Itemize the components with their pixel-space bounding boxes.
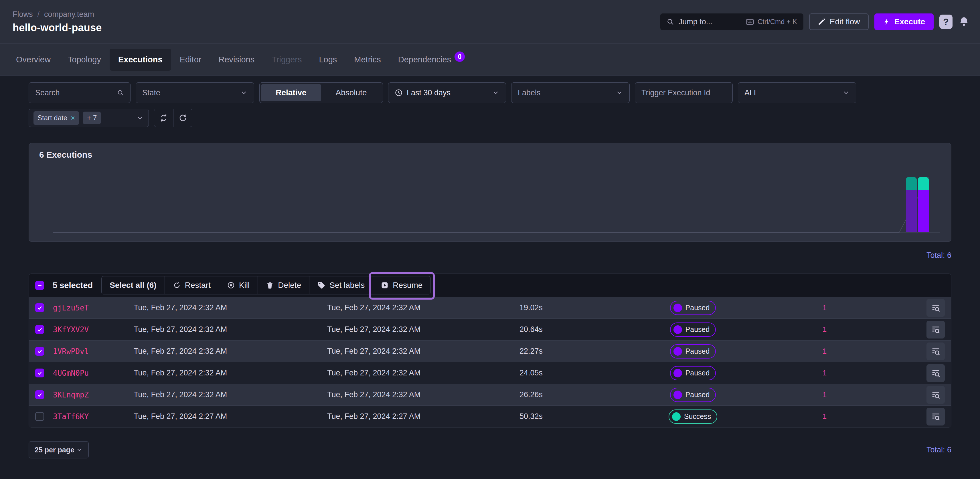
close-icon[interactable]: × [71,114,75,123]
check-icon [37,392,43,398]
execution-id-link[interactable]: 3TaTf6KY [53,412,134,421]
execution-id-link[interactable]: 3KfYXV2V [53,325,134,334]
labels-filter-dropdown[interactable]: Labels [511,83,630,103]
start-date-chip[interactable]: Start date × [33,111,79,125]
state-badge: Paused [670,344,716,358]
tab-executions[interactable]: Executions [110,49,171,71]
tab-editor[interactable]: Editor [171,49,210,71]
breadcrumb-namespace[interactable]: company.team [44,10,94,19]
revision-cell[interactable]: 1 [753,412,896,421]
restart-icon [173,281,181,289]
end-date-cell: Tue, Feb 27, 2024 2:32 AM [327,390,519,399]
per-page-value: 25 per page [35,446,75,454]
check-icon [37,349,43,354]
table-row[interactable]: 3KfYXV2V Tue, Feb 27, 2024 2:32 AM Tue, … [29,318,951,340]
tab-topology[interactable]: Topology [59,49,110,71]
row-overview-button[interactable] [926,342,945,360]
row-overview-button[interactable] [926,321,945,339]
execution-id-link[interactable]: 3KLnqmpZ [53,391,134,399]
select-all-checkbox[interactable] [35,281,44,290]
row-overview-button[interactable] [926,364,945,382]
tab-overview[interactable]: Overview [8,49,59,71]
help-button[interactable]: ? [939,14,953,29]
refresh-icon [178,113,188,123]
per-page-select[interactable]: 25 per page [29,441,89,458]
indeterminate-icon [37,283,42,288]
row-overview-button[interactable] [926,386,945,404]
table-row[interactable]: 1VRwPDvl Tue, Feb 27, 2024 2:32 AM Tue, … [29,340,951,362]
help-label: ? [943,17,949,27]
chart-panel-header: 6 Executions [29,143,951,166]
scope-dropdown[interactable]: ALL [738,83,856,103]
start-date-cell: Tue, Feb 27, 2024 2:32 AM [134,390,327,399]
table-row[interactable]: gjLzu5eT Tue, Feb 27, 2024 2:32 AM Tue, … [29,297,951,318]
state-icon [673,304,682,312]
execution-id-link[interactable]: 4UGmN0Pu [53,369,134,377]
notifications-bell-icon[interactable] [958,16,970,27]
bulk-actions-bar: 5 selected Select all (6) Restart Kill D… [29,274,951,297]
resume-button[interactable]: Resume [373,277,431,294]
edit-flow-button[interactable]: Edit flow [809,13,869,30]
row-checkbox[interactable] [35,369,44,377]
row-checkbox[interactable] [35,347,44,356]
delete-button[interactable]: Delete [258,277,309,294]
search-input[interactable]: Search [29,83,130,103]
tab-triggers[interactable]: Triggers [263,49,310,71]
table-row[interactable]: 4UGmN0Pu Tue, Feb 27, 2024 2:32 AM Tue, … [29,362,951,384]
trash-icon [266,281,274,289]
execution-id-link[interactable]: 1VRwPDvl [53,347,134,356]
tag-icon [317,281,325,289]
revision-cell[interactable]: 1 [753,347,896,356]
breadcrumb-separator: / [38,10,40,19]
duration-cell: 19.02s [519,303,633,312]
date-range-dropdown[interactable]: Last 30 days [388,83,506,103]
end-date-cell: Tue, Feb 27, 2024 2:32 AM [327,369,519,377]
tab-logs[interactable]: Logs [310,49,345,71]
state-icon [673,391,682,399]
execute-button[interactable]: Execute [874,13,934,30]
set-labels-button[interactable]: Set labels [309,277,373,294]
table-row[interactable]: 3TaTf6KY Tue, Feb 27, 2024 2:27 AM Tue, … [29,406,951,427]
search-placeholder: Search [35,88,113,97]
start-date-cell: Tue, Feb 27, 2024 2:27 AM [134,412,327,421]
row-checkbox[interactable] [35,303,44,312]
restart-button[interactable]: Restart [165,277,219,294]
header-actions: Jump to... Ctrl/Cmd + K Edit flow Execut… [660,13,970,30]
tab-dependencies[interactable]: Dependencies 0 [390,48,473,71]
auto-refresh-button[interactable] [154,109,173,127]
row-overview-button[interactable] [926,408,945,425]
kill-button[interactable]: Kill [219,277,258,294]
revision-cell[interactable]: 1 [753,369,896,377]
row-overview-button[interactable] [926,299,945,317]
refresh-button[interactable] [173,109,192,127]
jump-to-placeholder: Jump to... [679,18,741,26]
row-checkbox[interactable] [35,390,44,399]
execution-id-link[interactable]: gjLzu5eT [53,304,134,312]
revision-cell[interactable]: 1 [753,325,896,334]
state-badge: Success [668,409,717,424]
top-header: Flows / company.team hello-world-pause J… [0,0,980,43]
row-checkbox[interactable] [35,412,44,421]
row-checkbox[interactable] [35,325,44,334]
total-count-top: Total: 6 [29,251,951,260]
state-filter-dropdown[interactable]: State [136,83,254,103]
time-mode-absolute[interactable]: Absolute [321,84,381,101]
more-filters-chip[interactable]: + 7 [83,111,101,124]
jump-to-search[interactable]: Jump to... Ctrl/Cmd + K [660,13,803,30]
tab-metrics[interactable]: Metrics [345,49,389,71]
select-all-button[interactable]: Select all (6) [102,277,164,294]
breadcrumb-flows[interactable]: Flows [13,10,33,19]
time-mode-relative[interactable]: Relative [261,84,321,101]
table-rows: gjLzu5eT Tue, Feb 27, 2024 2:32 AM Tue, … [29,297,951,427]
revision-cell[interactable]: 1 [753,390,896,399]
bulk-button-group: Select all (6) Restart Kill Delete Set l… [101,276,431,294]
visible-columns-dropdown[interactable]: Start date × + 7 [29,109,149,127]
revision-cell[interactable]: 1 [753,303,896,312]
table-row[interactable]: 3KLnqmpZ Tue, Feb 27, 2024 2:32 AM Tue, … [29,384,951,406]
tab-revisions[interactable]: Revisions [210,49,263,71]
duration-cell: 20.64s [519,325,633,334]
trigger-execution-id-input[interactable]: Trigger Execution Id [635,83,733,103]
chevron-down-icon [616,89,623,96]
pencil-icon [818,18,826,26]
chevron-down-icon [136,114,144,122]
